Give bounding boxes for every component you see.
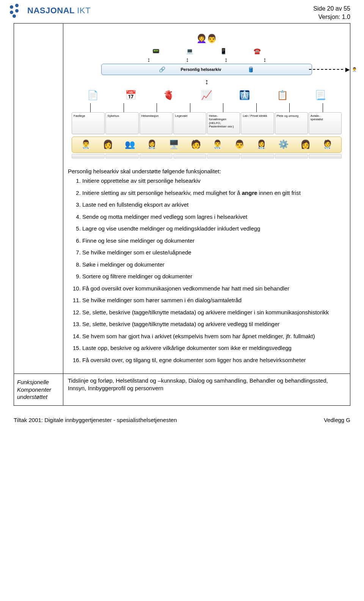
list-item: Sortere og filtrere meldinger og dokumen…: [82, 273, 345, 280]
archive-bar: 🔗 Personlig helsearkiv 🛢️ ▶ 👨‍⚕️: [101, 64, 312, 75]
list-item: Laste ned en fullstendig eksport av arki…: [82, 201, 345, 209]
list-item: Initiere sletting av sitt personlige hel…: [82, 189, 345, 197]
list-item: Se hvilke meldinger som hører sammen i é…: [82, 297, 345, 304]
arrow-icon: ↕: [147, 57, 150, 63]
avatar-icon: 👨‍⚕️: [212, 139, 223, 150]
intro-text: Personlig helsearkiv skal understøtte fø…: [68, 168, 345, 175]
note-icon: 📄: [86, 88, 100, 102]
category-boxes-row: Fastlege Sykehus Helsestasjon Legevakt H…: [72, 112, 342, 134]
footer-right: Vedlegg G: [324, 416, 350, 424]
landline-icon: ☎️: [254, 47, 261, 55]
xray-icon: 🩻: [238, 88, 251, 102]
footer-left: Tiltak 2001: Digitale innbyggertjenester…: [14, 416, 177, 424]
list-item: Søke i meldinger og dokumenter: [82, 261, 345, 268]
avatar-icon: ⚙️: [278, 139, 289, 150]
avatar-icon: 🧑‍⚕️: [322, 139, 333, 150]
list-item: Se, slette, beskrive (tagge/tilknytte me…: [82, 320, 345, 328]
avatar-icon: 👨‍⚕️: [81, 139, 91, 150]
category-box: Fastlege: [72, 112, 105, 134]
list-item: Sende og motta meldinger med vedlegg som…: [82, 213, 345, 221]
diagram-device-arrows: ↕ ↕ ↕ ↕: [72, 57, 342, 63]
header-meta: Side 20 av 55 Versjon: 1.0: [313, 4, 350, 21]
row2-label: Funksjonelle Komponenter understøttet: [14, 374, 63, 406]
row1-label-cell: [14, 24, 63, 374]
avatar-icon: 👩‍⚕️: [256, 139, 267, 150]
category-box: Pleie og omsorg: [275, 112, 308, 134]
category-box: Helsestasjon: [140, 112, 173, 134]
table-row: 👩‍🦱👨 📟 💻 📱 ☎️ ↕ ↕ ↕ ↕ 🔗: [14, 24, 350, 374]
architecture-diagram: 👩‍🦱👨 📟 💻 📱 ☎️ ↕ ↕ ↕ ↕ 🔗: [68, 27, 345, 162]
list-item: Laste opp, beskrive og arkivere vilkårli…: [82, 344, 345, 352]
avatar-icon: 👩: [103, 139, 113, 150]
avatar-icon: 👩: [300, 139, 311, 150]
table-row: Funksjonelle Komponenter understøttet Ti…: [14, 374, 350, 406]
anatomy-icon: 🫀: [162, 88, 176, 102]
list-item: Initiere opprettelse av sitt personlige …: [82, 177, 345, 185]
arrow-icon: ↕: [186, 57, 189, 63]
avatar-icon: 👨: [234, 139, 245, 150]
dashed-line-icon: [309, 69, 343, 70]
archive-label: Personlig helsearkiv: [180, 67, 221, 72]
document-table: 👩‍🦱👨 📟 💻 📱 ☎️ ↕ ↕ ↕ ↕ 🔗: [14, 23, 350, 406]
avatar-icon: 🧑: [191, 139, 201, 150]
category-box: Legevakt: [173, 112, 206, 134]
brand-name: NASJONAL IKT: [27, 5, 91, 16]
avatar-icon: 🖥️: [169, 139, 179, 150]
doctor-icon: 👨‍⚕️: [352, 67, 357, 72]
logo-dots-icon: [10, 4, 24, 17]
page-number: Side 20 av 55: [313, 5, 350, 13]
arrowhead-icon: ▶: [345, 66, 350, 73]
link-icon: 🔗: [159, 66, 165, 73]
list-item: Se, slette, beskrive (tagge/tilknytte me…: [82, 309, 345, 316]
dashed-arrow: ▶ 👨‍⚕️: [309, 66, 357, 73]
laptop-icon: 💻: [186, 47, 193, 55]
center-arrow: ↕: [72, 77, 342, 86]
arrow-icon: ↕: [224, 57, 228, 63]
category-box: Lab / Privat klinikk: [241, 112, 274, 134]
page-header: NASJONAL IKT Side 20 av 55 Versjon: 1.0: [0, 0, 364, 23]
avatar-icon: 👥: [125, 139, 135, 150]
clipboard-icon: 📋: [276, 88, 289, 102]
brand-bold: NASJONAL: [27, 6, 75, 15]
list-item: Finne og lese sine meldinger og dokument…: [82, 237, 345, 245]
version-label: Versjon: 1.0: [313, 13, 350, 21]
row2-content: Tidslinje og forløp, Helsetilstand og –k…: [63, 374, 350, 406]
list-item: Få god oversikt over kommunikasjonen ved…: [82, 285, 345, 292]
list-item: Se hvilke meldinger som er uleste/uåpned…: [82, 249, 345, 256]
avatar-icon: 👩‍⚕️: [147, 139, 157, 150]
document-icon: 📃: [314, 88, 327, 102]
list-item: Lagre og vise usendte meldinger og meldi…: [82, 225, 345, 232]
tablet-icon: 📟: [152, 47, 160, 55]
category-box: Avtale-spesialist: [309, 112, 342, 134]
connector-lines: [72, 103, 342, 112]
arrow-icon: ↕: [263, 57, 266, 63]
page-footer: Tiltak 2001: Digitale innbyggertjenester…: [0, 413, 364, 428]
calendar-icon: 📅: [124, 88, 138, 102]
diagram-people-row: 👩‍🦱👨: [72, 33, 342, 44]
bold-word: angre: [242, 190, 257, 196]
category-icons-row: 📄 📅 🫀 📈 🩻 📋 📃: [72, 88, 342, 102]
list-item: Se hvem som har gjort hva i arkivet (eks…: [82, 333, 345, 340]
row1-content-cell: 👩‍🦱👨 📟 💻 📱 ☎️ ↕ ↕ ↕ ↕ 🔗: [63, 24, 350, 374]
database-icon: 🛢️: [248, 66, 254, 73]
bottom-bars: [72, 154, 342, 158]
list-item: Få oversikt over, og tilgang til, egne d…: [82, 356, 345, 364]
category-box: Helse-forvaltningen(HELFO,Pasientreiser …: [207, 112, 240, 134]
avatars-band: 👨‍⚕️ 👩 👥 👩‍⚕️ 🖥️ 🧑 👨‍⚕️ 👨 👩‍⚕️ ⚙️ 👩 🧑‍⚕️: [72, 137, 342, 153]
phone-icon: 📱: [220, 47, 227, 55]
brand-light: IKT: [77, 6, 91, 15]
people-icon: 👩‍🦱👨: [196, 33, 217, 44]
chart-icon: 📈: [200, 88, 213, 102]
diagram-devices-row: 📟 💻 📱 ☎️: [72, 47, 342, 55]
functionality-list: Initiere opprettelse av sitt personlige …: [68, 177, 345, 364]
category-box: Sykehus: [105, 112, 138, 134]
brand-logo: NASJONAL IKT: [10, 4, 91, 17]
